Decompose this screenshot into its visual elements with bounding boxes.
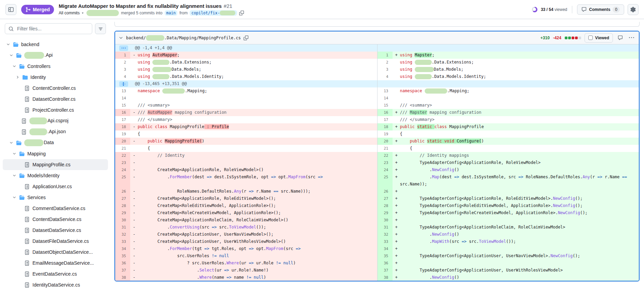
viewed-checkbox[interactable] xyxy=(588,36,593,40)
tree-item-mappingprofile-cs[interactable]: MappingProfile.cs xyxy=(3,159,108,170)
line-number[interactable]: 4 xyxy=(115,73,130,80)
line-number[interactable]: 30 xyxy=(115,217,130,224)
line-number[interactable]: 39 xyxy=(378,281,393,281)
tree-item-api-csproj[interactable]: Api.csproj xyxy=(3,115,108,126)
line-number[interactable]: 3 xyxy=(378,66,393,73)
line-number[interactable]: 13 xyxy=(378,87,393,95)
line-number[interactable]: 1 xyxy=(115,52,130,59)
head-branch-label[interactable]: copilot/fix- xyxy=(190,10,237,16)
line-number[interactable]: 38 xyxy=(378,274,393,281)
filter-files-input[interactable] xyxy=(16,26,88,32)
file-path[interactable]: backend/.Data/Mapping/MappingProfile.cs xyxy=(126,35,241,41)
tree-item--api[interactable]: .Api xyxy=(3,50,108,61)
tree-item-datasetfiledataservice-cs[interactable]: DatasetFileDataService.cs xyxy=(3,236,108,247)
line-number[interactable]: 36 xyxy=(378,260,393,267)
line-number[interactable]: 1 xyxy=(378,52,393,59)
line-number[interactable]: 33 xyxy=(115,238,130,245)
line-number[interactable]: 23 xyxy=(115,159,130,166)
tree-item-contentcontroller-cs[interactable]: ContentController.cs xyxy=(3,83,108,94)
line-number[interactable]: 4 xyxy=(378,73,393,80)
line-number[interactable]: 30 xyxy=(378,217,393,224)
line-number[interactable]: 16 xyxy=(115,109,130,116)
line-number[interactable]: 21 xyxy=(115,145,130,152)
line-number[interactable]: 22 xyxy=(115,152,130,159)
tree-item-datasetdataservice-cs[interactable]: DatasetDataService.cs xyxy=(3,225,108,236)
line-number[interactable]: 32 xyxy=(115,231,130,238)
tree-item-mapping[interactable]: Mapping xyxy=(3,148,108,159)
base-branch-label[interactable]: main xyxy=(165,10,178,16)
line-number[interactable]: 22 xyxy=(378,152,393,159)
tree-item-models-identity[interactable]: Models/Identity xyxy=(3,170,108,181)
line-number[interactable]: 35 xyxy=(115,252,130,260)
line-number[interactable]: 14 xyxy=(115,95,130,102)
tree-item-projectcontroller-cs[interactable]: ProjectController.cs xyxy=(3,105,108,115)
line-number[interactable]: 35 xyxy=(378,252,393,260)
tree-item-data[interactable]: Data xyxy=(3,137,108,148)
line-number[interactable]: 39 xyxy=(115,281,130,281)
line-number[interactable]: 23 xyxy=(378,159,393,166)
line-number[interactable]: 38 xyxy=(115,274,130,281)
line-number[interactable]: 26 xyxy=(378,188,393,195)
line-number[interactable]: 32 xyxy=(378,231,393,238)
line-number[interactable]: 24 xyxy=(378,166,393,174)
line-number[interactable]: 18 xyxy=(115,123,130,130)
file-filter-button[interactable] xyxy=(95,23,106,34)
line-number[interactable]: 28 xyxy=(115,202,130,209)
line-number[interactable]: 15 xyxy=(378,102,393,109)
line-number[interactable]: 20 xyxy=(115,138,130,145)
copy-branch-icon[interactable] xyxy=(239,11,244,15)
line-number[interactable]: 33 xyxy=(378,238,393,245)
line-number[interactable]: 36 xyxy=(115,260,130,267)
line-number[interactable]: 37 xyxy=(378,267,393,274)
tree-item--api-json[interactable]: .Api.json xyxy=(3,126,108,137)
line-number[interactable]: 20 xyxy=(378,138,393,145)
tree-item-commentdataservice-cs[interactable]: CommentDataService.cs xyxy=(3,203,108,214)
line-number[interactable]: 18 xyxy=(378,123,393,130)
line-number[interactable]: 17 xyxy=(115,116,130,123)
line-number[interactable]: 29 xyxy=(378,209,393,217)
commits-dropdown[interactable]: All commits xyxy=(59,11,84,15)
tree-item-eventdataservice-cs[interactable]: EventDataService.cs xyxy=(3,268,108,279)
line-number[interactable]: 15 xyxy=(115,102,130,109)
tree-item-datasetobjectdataservice-[interactable]: DatasetObjectDataService... xyxy=(3,247,108,258)
tree-item-identity[interactable]: Identity xyxy=(3,72,108,83)
file-comment-button[interactable] xyxy=(616,34,624,41)
line-number[interactable]: 28 xyxy=(378,202,393,209)
tree-item-controllers[interactable]: Controllers xyxy=(3,61,108,72)
viewed-toggle-button[interactable]: Viewed xyxy=(585,33,613,43)
expand-hunk-button[interactable] xyxy=(119,45,128,51)
tree-item-identitydataservice-cs[interactable]: IdentityDataService.cs xyxy=(3,279,108,290)
line-number[interactable]: 14 xyxy=(378,95,393,102)
tree-item-backend[interactable]: backend xyxy=(3,39,108,50)
line-number[interactable]: 26 xyxy=(115,188,130,195)
copy-path-icon[interactable] xyxy=(244,36,248,40)
line-number[interactable]: 31 xyxy=(378,224,393,231)
line-number[interactable]: 13 xyxy=(115,87,130,95)
line-number[interactable]: 37 xyxy=(115,267,130,274)
line-number[interactable]: 29 xyxy=(115,209,130,217)
line-number[interactable]: 19 xyxy=(378,130,393,138)
line-number[interactable]: 19 xyxy=(115,130,130,138)
line-number[interactable]: 2 xyxy=(115,59,130,66)
line-number[interactable]: 25 xyxy=(378,174,393,188)
line-number[interactable]: 34 xyxy=(378,245,393,252)
tree-item-emailmessagedataservice-[interactable]: EmailMessageDataService... xyxy=(3,258,108,268)
line-number[interactable]: 27 xyxy=(115,195,130,202)
filter-files-field[interactable] xyxy=(5,23,92,34)
collapse-file-chevron-icon[interactable] xyxy=(119,36,123,40)
comments-button[interactable]: Comments 0 xyxy=(577,4,624,15)
line-number[interactable]: 24 xyxy=(115,166,130,174)
line-number[interactable]: 16 xyxy=(378,109,393,116)
line-number[interactable]: 34 xyxy=(115,245,130,252)
file-options-kebab-button[interactable] xyxy=(628,34,635,41)
unfold-hunk-button[interactable] xyxy=(119,81,128,87)
line-number[interactable]: 2 xyxy=(378,59,393,66)
tree-item-contentdataservice-cs[interactable]: ContentDataService.cs xyxy=(3,214,108,225)
toggle-sidebar-button[interactable] xyxy=(5,4,16,15)
tree-item-services[interactable]: Services xyxy=(3,192,108,203)
diff-settings-button[interactable] xyxy=(628,4,639,15)
tree-item-datasetcontroller-cs[interactable]: DatasetController.cs xyxy=(3,94,108,105)
line-number[interactable]: 27 xyxy=(378,195,393,202)
line-number[interactable]: 31 xyxy=(115,224,130,231)
tree-item-applicationuser-cs[interactable]: ApplicationUser.cs xyxy=(3,181,108,192)
